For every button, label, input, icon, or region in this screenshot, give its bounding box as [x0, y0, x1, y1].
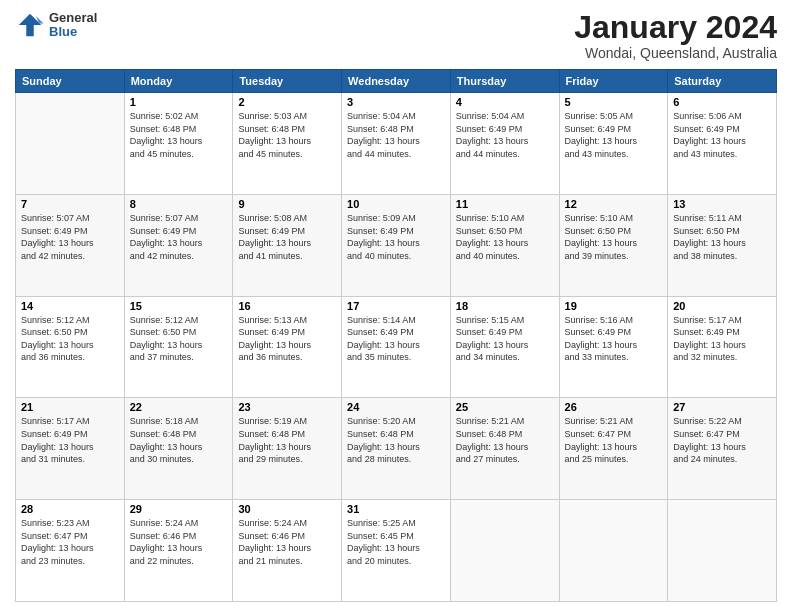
day-info: Sunrise: 5:03 AM Sunset: 6:48 PM Dayligh… — [238, 110, 336, 160]
day-number: 31 — [347, 503, 445, 515]
day-info: Sunrise: 5:08 AM Sunset: 6:49 PM Dayligh… — [238, 212, 336, 262]
logo-icon — [15, 10, 45, 40]
day-info: Sunrise: 5:04 AM Sunset: 6:49 PM Dayligh… — [456, 110, 554, 160]
day-number: 5 — [565, 96, 663, 108]
week-row-4: 21Sunrise: 5:17 AM Sunset: 6:49 PM Dayli… — [16, 398, 777, 500]
calendar-table: Sunday Monday Tuesday Wednesday Thursday… — [15, 69, 777, 602]
calendar-cell: 6Sunrise: 5:06 AM Sunset: 6:49 PM Daylig… — [668, 93, 777, 195]
day-info: Sunrise: 5:10 AM Sunset: 6:50 PM Dayligh… — [456, 212, 554, 262]
calendar-cell: 18Sunrise: 5:15 AM Sunset: 6:49 PM Dayli… — [450, 296, 559, 398]
day-number: 8 — [130, 198, 228, 210]
calendar-cell: 7Sunrise: 5:07 AM Sunset: 6:49 PM Daylig… — [16, 194, 125, 296]
calendar-cell: 29Sunrise: 5:24 AM Sunset: 6:46 PM Dayli… — [124, 500, 233, 602]
calendar-cell: 24Sunrise: 5:20 AM Sunset: 6:48 PM Dayli… — [342, 398, 451, 500]
calendar-cell: 15Sunrise: 5:12 AM Sunset: 6:50 PM Dayli… — [124, 296, 233, 398]
day-info: Sunrise: 5:24 AM Sunset: 6:46 PM Dayligh… — [238, 517, 336, 567]
logo-blue: Blue — [49, 25, 97, 39]
day-info: Sunrise: 5:15 AM Sunset: 6:49 PM Dayligh… — [456, 314, 554, 364]
day-number: 18 — [456, 300, 554, 312]
header: General Blue January 2024 Wondai, Queens… — [15, 10, 777, 61]
calendar-cell: 22Sunrise: 5:18 AM Sunset: 6:48 PM Dayli… — [124, 398, 233, 500]
day-number: 11 — [456, 198, 554, 210]
day-info: Sunrise: 5:17 AM Sunset: 6:49 PM Dayligh… — [21, 415, 119, 465]
day-number: 30 — [238, 503, 336, 515]
day-info: Sunrise: 5:20 AM Sunset: 6:48 PM Dayligh… — [347, 415, 445, 465]
weekday-header-row: Sunday Monday Tuesday Wednesday Thursday… — [16, 70, 777, 93]
day-info: Sunrise: 5:25 AM Sunset: 6:45 PM Dayligh… — [347, 517, 445, 567]
calendar-cell: 20Sunrise: 5:17 AM Sunset: 6:49 PM Dayli… — [668, 296, 777, 398]
day-info: Sunrise: 5:05 AM Sunset: 6:49 PM Dayligh… — [565, 110, 663, 160]
day-number: 10 — [347, 198, 445, 210]
day-number: 7 — [21, 198, 119, 210]
day-info: Sunrise: 5:07 AM Sunset: 6:49 PM Dayligh… — [21, 212, 119, 262]
day-number: 23 — [238, 401, 336, 413]
location-subtitle: Wondai, Queensland, Australia — [574, 45, 777, 61]
day-info: Sunrise: 5:06 AM Sunset: 6:49 PM Dayligh… — [673, 110, 771, 160]
day-number: 20 — [673, 300, 771, 312]
day-number: 26 — [565, 401, 663, 413]
header-tuesday: Tuesday — [233, 70, 342, 93]
day-number: 14 — [21, 300, 119, 312]
header-thursday: Thursday — [450, 70, 559, 93]
day-number: 28 — [21, 503, 119, 515]
calendar-cell — [559, 500, 668, 602]
day-number: 22 — [130, 401, 228, 413]
calendar-cell: 31Sunrise: 5:25 AM Sunset: 6:45 PM Dayli… — [342, 500, 451, 602]
day-info: Sunrise: 5:21 AM Sunset: 6:47 PM Dayligh… — [565, 415, 663, 465]
day-info: Sunrise: 5:16 AM Sunset: 6:49 PM Dayligh… — [565, 314, 663, 364]
calendar-cell: 25Sunrise: 5:21 AM Sunset: 6:48 PM Dayli… — [450, 398, 559, 500]
day-info: Sunrise: 5:21 AM Sunset: 6:48 PM Dayligh… — [456, 415, 554, 465]
day-info: Sunrise: 5:09 AM Sunset: 6:49 PM Dayligh… — [347, 212, 445, 262]
calendar-cell: 14Sunrise: 5:12 AM Sunset: 6:50 PM Dayli… — [16, 296, 125, 398]
day-number: 19 — [565, 300, 663, 312]
calendar-cell: 28Sunrise: 5:23 AM Sunset: 6:47 PM Dayli… — [16, 500, 125, 602]
logo-general: General — [49, 11, 97, 25]
day-info: Sunrise: 5:12 AM Sunset: 6:50 PM Dayligh… — [130, 314, 228, 364]
day-info: Sunrise: 5:04 AM Sunset: 6:48 PM Dayligh… — [347, 110, 445, 160]
week-row-1: 1Sunrise: 5:02 AM Sunset: 6:48 PM Daylig… — [16, 93, 777, 195]
calendar-cell: 3Sunrise: 5:04 AM Sunset: 6:48 PM Daylig… — [342, 93, 451, 195]
day-info: Sunrise: 5:22 AM Sunset: 6:47 PM Dayligh… — [673, 415, 771, 465]
calendar-cell — [668, 500, 777, 602]
header-monday: Monday — [124, 70, 233, 93]
week-row-3: 14Sunrise: 5:12 AM Sunset: 6:50 PM Dayli… — [16, 296, 777, 398]
day-number: 13 — [673, 198, 771, 210]
day-info: Sunrise: 5:10 AM Sunset: 6:50 PM Dayligh… — [565, 212, 663, 262]
calendar-cell: 13Sunrise: 5:11 AM Sunset: 6:50 PM Dayli… — [668, 194, 777, 296]
day-number: 27 — [673, 401, 771, 413]
day-info: Sunrise: 5:24 AM Sunset: 6:46 PM Dayligh… — [130, 517, 228, 567]
header-wednesday: Wednesday — [342, 70, 451, 93]
day-number: 1 — [130, 96, 228, 108]
title-block: January 2024 Wondai, Queensland, Austral… — [574, 10, 777, 61]
calendar-cell: 12Sunrise: 5:10 AM Sunset: 6:50 PM Dayli… — [559, 194, 668, 296]
calendar-cell: 16Sunrise: 5:13 AM Sunset: 6:49 PM Dayli… — [233, 296, 342, 398]
calendar-cell: 30Sunrise: 5:24 AM Sunset: 6:46 PM Dayli… — [233, 500, 342, 602]
week-row-2: 7Sunrise: 5:07 AM Sunset: 6:49 PM Daylig… — [16, 194, 777, 296]
calendar-cell — [450, 500, 559, 602]
day-number: 21 — [21, 401, 119, 413]
day-info: Sunrise: 5:13 AM Sunset: 6:49 PM Dayligh… — [238, 314, 336, 364]
calendar-cell: 10Sunrise: 5:09 AM Sunset: 6:49 PM Dayli… — [342, 194, 451, 296]
day-number: 16 — [238, 300, 336, 312]
logo: General Blue — [15, 10, 97, 40]
day-number: 4 — [456, 96, 554, 108]
day-number: 12 — [565, 198, 663, 210]
day-number: 24 — [347, 401, 445, 413]
calendar-cell: 1Sunrise: 5:02 AM Sunset: 6:48 PM Daylig… — [124, 93, 233, 195]
day-number: 2 — [238, 96, 336, 108]
calendar-cell: 8Sunrise: 5:07 AM Sunset: 6:49 PM Daylig… — [124, 194, 233, 296]
day-info: Sunrise: 5:07 AM Sunset: 6:49 PM Dayligh… — [130, 212, 228, 262]
calendar-cell: 17Sunrise: 5:14 AM Sunset: 6:49 PM Dayli… — [342, 296, 451, 398]
day-number: 29 — [130, 503, 228, 515]
day-info: Sunrise: 5:02 AM Sunset: 6:48 PM Dayligh… — [130, 110, 228, 160]
day-number: 6 — [673, 96, 771, 108]
header-friday: Friday — [559, 70, 668, 93]
calendar-cell: 5Sunrise: 5:05 AM Sunset: 6:49 PM Daylig… — [559, 93, 668, 195]
svg-marker-0 — [19, 14, 42, 37]
day-info: Sunrise: 5:12 AM Sunset: 6:50 PM Dayligh… — [21, 314, 119, 364]
day-number: 9 — [238, 198, 336, 210]
day-info: Sunrise: 5:19 AM Sunset: 6:48 PM Dayligh… — [238, 415, 336, 465]
calendar-cell: 21Sunrise: 5:17 AM Sunset: 6:49 PM Dayli… — [16, 398, 125, 500]
logo-text: General Blue — [49, 11, 97, 40]
calendar-cell: 23Sunrise: 5:19 AM Sunset: 6:48 PM Dayli… — [233, 398, 342, 500]
